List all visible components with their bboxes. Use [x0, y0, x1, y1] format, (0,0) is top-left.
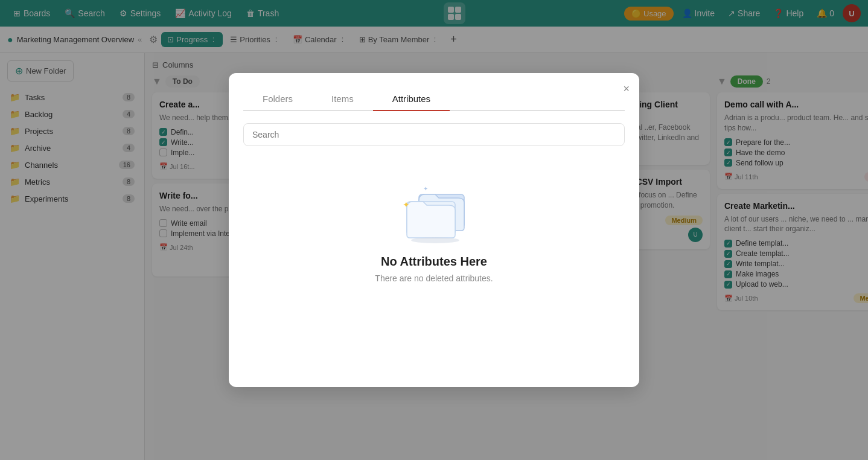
- modal-overlay[interactable]: × Folders Items Attributes ✦ ✦: [0, 0, 868, 460]
- modal-empty-state: ✦ ✦ No Attributes Here There are no dele…: [243, 165, 625, 302]
- empty-illustration: ✦ ✦: [392, 177, 476, 244]
- modal-tabs: Folders Items Attributes: [243, 88, 625, 111]
- svg-text:✦: ✦: [403, 200, 410, 209]
- modal-tab-attributes[interactable]: Attributes: [373, 88, 450, 111]
- modal-tab-items[interactable]: Items: [312, 88, 373, 111]
- svg-point-8: [411, 237, 459, 243]
- modal-tab-folders[interactable]: Folders: [243, 88, 312, 111]
- modal-close-button[interactable]: ×: [623, 83, 630, 95]
- modal-search-input[interactable]: [243, 123, 625, 146]
- trash-modal: × Folders Items Attributes ✦ ✦: [229, 73, 639, 387]
- empty-title: No Attributes Here: [381, 255, 487, 269]
- empty-desc: There are no deleted attributes.: [375, 273, 493, 283]
- svg-text:✦: ✦: [423, 185, 428, 192]
